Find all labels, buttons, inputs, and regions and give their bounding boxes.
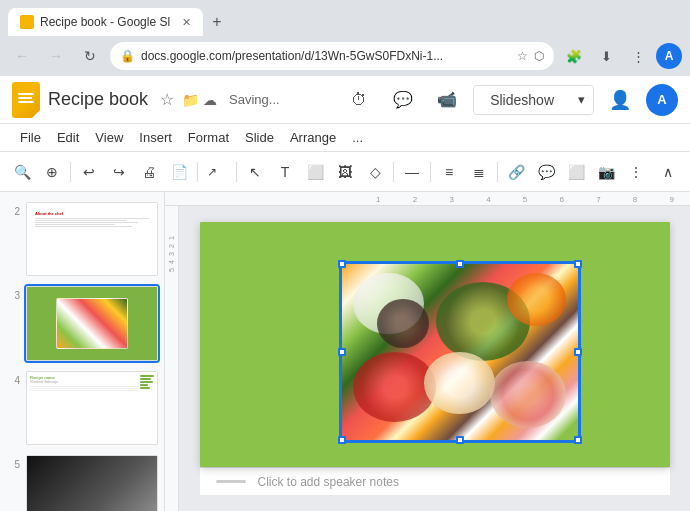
- menu-format[interactable]: Format: [180, 126, 237, 149]
- speaker-notes-area[interactable]: Click to add speaker notes: [200, 467, 670, 495]
- add-button[interactable]: ⊕: [38, 158, 66, 186]
- toolbar-divider-4: [393, 162, 394, 182]
- main-content: 2 About the chef: [0, 192, 690, 511]
- address-bar: ← → ↻ 🔒 docs.google.com/presentation/d/1…: [0, 36, 690, 76]
- slide-number-2: 2: [6, 202, 20, 217]
- forward-button[interactable]: →: [42, 42, 70, 70]
- menu-more[interactable]: ...: [344, 126, 371, 149]
- slideshow-button[interactable]: Slideshow: [474, 86, 570, 114]
- toolbar-divider-3: [236, 162, 237, 182]
- menu-view[interactable]: View: [87, 126, 131, 149]
- print-button[interactable]: 🖨: [135, 158, 163, 186]
- tab-close-icon[interactable]: ✕: [182, 16, 191, 29]
- comment-button[interactable]: 💬: [385, 82, 421, 118]
- share-button[interactable]: 👤: [602, 82, 638, 118]
- browser-actions: 🧩 ⬇ ⋮ A: [560, 42, 682, 70]
- active-tab[interactable]: Recipe book - Google Slides ✕: [8, 8, 203, 36]
- meet-button[interactable]: 📹: [429, 82, 465, 118]
- undo-button[interactable]: ↩: [75, 158, 103, 186]
- browser-chrome: Recipe book - Google Slides ✕ + ← → ↻ 🔒 …: [0, 0, 690, 76]
- text-tool[interactable]: T: [271, 158, 299, 186]
- menu-insert[interactable]: Insert: [131, 126, 180, 149]
- notes-drag-handle[interactable]: [216, 480, 246, 483]
- user-avatar[interactable]: A: [646, 84, 678, 116]
- resize-handle-br[interactable]: [574, 436, 582, 444]
- ruler-top: 1 2 3 4 5 6 7 8 9: [165, 192, 690, 206]
- resize-handle-tc[interactable]: [456, 260, 464, 268]
- slide-thumb-3: [26, 286, 158, 360]
- zoom-select[interactable]: ↗: [202, 162, 232, 182]
- cast-icon[interactable]: ⬡: [534, 49, 544, 63]
- align-left-btn[interactable]: ≡: [435, 158, 463, 186]
- app-header: Recipe book ☆ 📁 ☁ Saving... ⏱ 💬 📹 Slides…: [0, 76, 690, 124]
- star-icon[interactable]: ☆: [517, 49, 528, 63]
- slide-item-5[interactable]: 5: [4, 453, 160, 511]
- slide-thumb-2: About the chef: [26, 202, 158, 276]
- slide-item-3[interactable]: 3: [4, 284, 160, 362]
- new-tab-button[interactable]: +: [203, 8, 231, 36]
- zoom-button[interactable]: 🔍: [8, 158, 36, 186]
- resize-handle-bc[interactable]: [456, 436, 464, 444]
- slide-canvas[interactable]: [200, 222, 670, 467]
- cloud-save-icon[interactable]: ☁: [203, 92, 217, 108]
- back-button[interactable]: ←: [8, 42, 36, 70]
- lock-icon: 🔒: [120, 49, 135, 63]
- menu-file[interactable]: File: [12, 126, 49, 149]
- collapse-toolbar[interactable]: ∧: [654, 158, 682, 186]
- slideshow-dropdown-button[interactable]: ▾: [570, 86, 593, 113]
- menu-slide[interactable]: Slide: [237, 126, 282, 149]
- slideshow-btn-group: Slideshow ▾: [473, 85, 594, 115]
- menu-arrange[interactable]: Arrange: [282, 126, 344, 149]
- tab-favicon: [20, 15, 34, 29]
- slide-number-3: 3: [6, 286, 20, 301]
- move-to-folder-icon[interactable]: 📁: [182, 92, 199, 108]
- shapes-dropdown[interactable]: ◇: [361, 158, 389, 186]
- saving-status: Saving...: [229, 92, 280, 107]
- menu-bar: File Edit View Insert Format Slide Arran…: [0, 124, 690, 152]
- url-text: docs.google.com/presentation/d/13Wn-5GwS…: [141, 49, 511, 63]
- link-button[interactable]: 🔗: [502, 158, 530, 186]
- extensions-icon[interactable]: 🧩: [560, 42, 588, 70]
- chrome-menu-icon[interactable]: ⋮: [624, 42, 652, 70]
- resize-handle-tr[interactable]: [574, 260, 582, 268]
- toolbar: 🔍 ⊕ ↩ ↪ 🖨 📄 ↗ ↖ T ⬜ 🖼 ◇ — ≡ ≣ 🔗 💬 ⬜ 📷 ⋮ …: [0, 152, 690, 192]
- resize-handle-bl[interactable]: [338, 436, 346, 444]
- resize-handle-tl[interactable]: [338, 260, 346, 268]
- url-field[interactable]: 🔒 docs.google.com/presentation/d/13Wn-5G…: [110, 42, 554, 70]
- canvas-scroll-area[interactable]: Click to add speaker notes: [179, 206, 690, 511]
- redo-button[interactable]: ↪: [105, 158, 133, 186]
- resize-handle-ml[interactable]: [338, 348, 346, 356]
- ruler-left: 1 2 3 4 5: [165, 206, 179, 511]
- menu-edit[interactable]: Edit: [49, 126, 87, 149]
- tab-bar: Recipe book - Google Slides ✕ +: [0, 0, 690, 36]
- speaker-notes-placeholder[interactable]: Click to add speaker notes: [258, 475, 399, 489]
- slide-thumb-5: [26, 455, 158, 511]
- comment-tool[interactable]: 💬: [532, 158, 560, 186]
- app-title-actions: 📁 ☁: [182, 92, 217, 108]
- canvas-area: 1 2 3 4 5 6 7 8 9 1 2 3 4 5: [165, 192, 690, 511]
- slides-app: Recipe book ☆ 📁 ☁ Saving... ⏱ 💬 📹 Slides…: [0, 76, 690, 511]
- toolbar-divider-5: [430, 162, 431, 182]
- slide-item-2[interactable]: 2 About the chef: [4, 200, 160, 278]
- toolbar-more[interactable]: ⋮: [622, 158, 650, 186]
- resize-handle-mr[interactable]: [574, 348, 582, 356]
- shape-dropdown2[interactable]: ⬜: [562, 158, 590, 186]
- align-center-btn[interactable]: ≣: [465, 158, 493, 186]
- slide-number-4: 4: [6, 371, 20, 386]
- copy-format-button[interactable]: 📄: [165, 158, 193, 186]
- download-icon[interactable]: ⬇: [592, 42, 620, 70]
- reload-button[interactable]: ↻: [76, 42, 104, 70]
- history-button[interactable]: ⏱: [341, 82, 377, 118]
- slide-item-4[interactable]: 4 Recipe name 20-minute Salmorejo: [4, 369, 160, 447]
- slides-panel: 2 About the chef: [0, 192, 165, 511]
- select-tool[interactable]: ↖: [241, 158, 269, 186]
- toolbar-divider-1: [70, 162, 71, 182]
- crop-button[interactable]: 📷: [592, 158, 620, 186]
- star-favorite-icon[interactable]: ☆: [160, 90, 174, 109]
- selected-image[interactable]: [340, 262, 580, 442]
- slide-number-5: 5: [6, 455, 20, 470]
- line-tool[interactable]: —: [398, 158, 426, 186]
- shape-tool[interactable]: ⬜: [301, 158, 329, 186]
- chrome-profile-avatar[interactable]: A: [656, 43, 682, 69]
- image-tool[interactable]: 🖼: [331, 158, 359, 186]
